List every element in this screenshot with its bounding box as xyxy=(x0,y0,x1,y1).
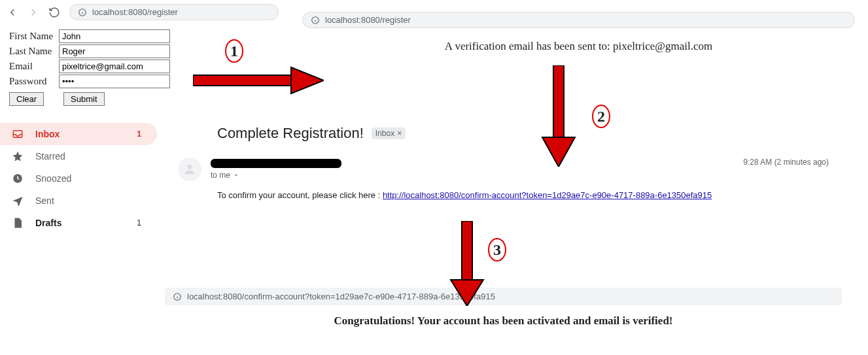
url-text: localhost:8080/register xyxy=(92,7,178,17)
email-label: Email xyxy=(9,61,59,72)
info-icon xyxy=(78,8,87,17)
annotation-3: 3 xyxy=(488,238,506,262)
last-name-input[interactable] xyxy=(59,44,170,58)
forward-button[interactable] xyxy=(27,7,39,18)
avatar xyxy=(178,158,201,181)
sidebar-item-label: Snoozed xyxy=(35,173,71,184)
arrow-right-icon xyxy=(27,7,39,18)
register-form: First Name Last Name Email Password Clea… xyxy=(0,24,301,111)
sidebar-item-label: Inbox xyxy=(35,129,60,139)
url-bar-bottom[interactable]: localhost:8080/confirm-account?token=1d2… xyxy=(165,288,842,305)
last-name-label: Last Name xyxy=(9,46,59,57)
inbox-count: 1 xyxy=(137,129,141,139)
send-icon xyxy=(12,195,24,207)
password-input[interactable] xyxy=(59,75,170,88)
svg-rect-16 xyxy=(462,221,472,280)
url-bar-right[interactable]: localhost:8080/register xyxy=(302,12,855,28)
file-icon xyxy=(12,217,24,229)
url-bar[interactable]: localhost:8080/register xyxy=(69,4,279,20)
email-body-text: To confirm your account, please click he… xyxy=(217,190,855,200)
email-input[interactable] xyxy=(59,59,170,73)
first-name-label: First Name xyxy=(9,31,59,42)
clear-button[interactable]: Clear xyxy=(9,92,44,106)
gmail-sidebar: Inbox 1 Starred Snoozed Sent Drafts xyxy=(0,123,157,234)
info-icon xyxy=(311,16,320,25)
sender-redacted xyxy=(211,159,341,168)
sidebar-item-snoozed[interactable]: Snoozed xyxy=(0,167,157,190)
sidebar-item-label: Starred xyxy=(35,151,65,161)
sidebar-item-label: Drafts xyxy=(35,218,61,228)
congrats-message: Congratulations! Your account has been a… xyxy=(165,314,842,328)
person-icon xyxy=(182,162,197,177)
timestamp: 9:28 AM (2 minutes ago) xyxy=(743,158,829,167)
sidebar-item-starred[interactable]: Starred xyxy=(0,145,157,167)
email-subject: Complete Registration! xyxy=(217,125,364,142)
sidebar-item-inbox[interactable]: Inbox 1 xyxy=(0,123,157,145)
browser-toolbar: localhost:8080/register xyxy=(0,0,301,24)
first-name-input[interactable] xyxy=(59,29,170,43)
clock-icon xyxy=(12,173,24,184)
submit-button[interactable]: Submit xyxy=(63,92,104,106)
svg-point-8 xyxy=(187,165,192,169)
star-icon xyxy=(12,150,24,162)
sidebar-item-drafts[interactable]: Drafts 1 xyxy=(0,212,157,234)
arrow-left-icon xyxy=(7,7,18,18)
inbox-icon xyxy=(12,128,24,140)
back-button[interactable] xyxy=(7,7,18,18)
drafts-count: 1 xyxy=(137,218,141,228)
sidebar-item-sent[interactable]: Sent xyxy=(0,190,157,212)
info-icon xyxy=(173,292,182,301)
url-text: localhost:8080/confirm-account?token=1d2… xyxy=(187,292,495,301)
chevron-down-icon[interactable] xyxy=(233,172,239,178)
sidebar-item-label: Sent xyxy=(35,195,54,206)
password-label: Password xyxy=(9,76,59,87)
to-line: to me xyxy=(211,171,230,180)
url-text: localhost:8080/register xyxy=(325,15,411,25)
inbox-chip[interactable]: Inbox × xyxy=(372,127,406,139)
refresh-button[interactable] xyxy=(48,7,60,18)
verify-message: A verification email has been sent to: p… xyxy=(302,40,855,53)
refresh-icon xyxy=(48,7,60,18)
close-icon[interactable]: × xyxy=(397,129,402,138)
confirm-link[interactable]: http://localhost:8080/confirm-account?to… xyxy=(383,190,712,200)
